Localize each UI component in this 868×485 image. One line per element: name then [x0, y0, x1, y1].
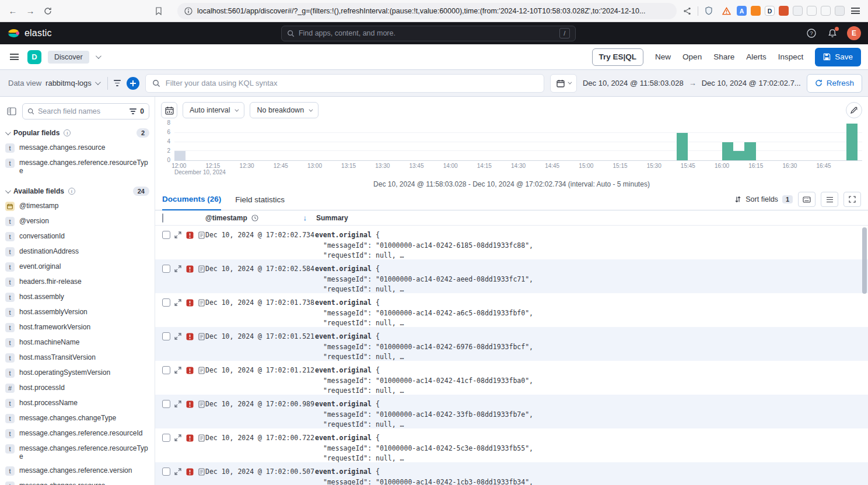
- extension-icon-8[interactable]: [835, 6, 845, 16]
- extension-icon-7[interactable]: [821, 6, 831, 16]
- field-item[interactable]: thost.assembly: [5, 290, 149, 305]
- chevron-down-icon[interactable]: [5, 188, 11, 194]
- expand-row-icon[interactable]: [174, 265, 182, 273]
- field-item[interactable]: thost.assemblyVersion: [5, 305, 149, 320]
- sync-extension-icon[interactable]: [793, 6, 803, 16]
- histogram-bar[interactable]: [174, 151, 186, 160]
- row-timestamp[interactable]: Dec 10, 2024 @ 17:02:01.738: [205, 298, 315, 327]
- doc-viewer-icon[interactable]: [197, 265, 205, 273]
- reload-button[interactable]: [41, 4, 55, 18]
- filter-icon[interactable]: [114, 80, 121, 86]
- doc-viewer-icon[interactable]: [197, 366, 205, 374]
- row-timestamp[interactable]: Dec 10, 2024 @ 17:02:02.584: [205, 264, 315, 293]
- menu-icon[interactable]: [848, 4, 862, 18]
- date-to[interactable]: Dec 10, 2024 @ 17:02:02.7...: [702, 79, 801, 87]
- fullscreen-icon[interactable]: [844, 192, 861, 207]
- degraded-doc-icon[interactable]: [186, 265, 194, 273]
- translate-extension-icon[interactable]: A: [737, 6, 747, 16]
- histogram-bar[interactable]: [846, 124, 858, 160]
- forward-button[interactable]: →: [23, 4, 37, 18]
- expand-row-icon[interactable]: [174, 468, 182, 476]
- field-item[interactable]: tmessage.changes.reference.resourceType: [5, 156, 149, 178]
- row-checkbox[interactable]: [162, 265, 170, 273]
- field-item[interactable]: thost.processName: [5, 396, 149, 411]
- extension-icon-orange[interactable]: [751, 6, 761, 16]
- field-item[interactable]: tconversationId: [5, 229, 149, 244]
- global-search[interactable]: /: [281, 26, 576, 41]
- field-filter-icon[interactable]: [130, 108, 136, 114]
- field-search-input[interactable]: [38, 107, 126, 115]
- elastic-brand[interactable]: elastic: [7, 27, 52, 40]
- row-checkbox[interactable]: [162, 332, 170, 340]
- user-avatar[interactable]: E: [847, 26, 861, 40]
- select-all-checkbox[interactable]: [162, 213, 163, 223]
- deepl-extension-icon[interactable]: D: [765, 6, 775, 16]
- row-summary[interactable]: event.original { "messageId": "01000000-…: [315, 467, 868, 485]
- notifications-icon[interactable]: [826, 27, 839, 40]
- expand-row-icon[interactable]: [174, 400, 182, 408]
- row-timestamp[interactable]: Dec 10, 2024 @ 17:02:01.212: [205, 365, 315, 395]
- expand-row-icon[interactable]: [174, 298, 182, 307]
- degraded-doc-icon[interactable]: [186, 400, 194, 408]
- bookmark-icon[interactable]: [152, 4, 166, 18]
- edit-visualization-icon[interactable]: [846, 102, 862, 118]
- row-timestamp[interactable]: Dec 10, 2024 @ 17:02:00.989: [205, 399, 315, 428]
- degraded-doc-icon[interactable]: [186, 366, 194, 374]
- row-summary[interactable]: event.original { "messageId": "01000000-…: [315, 433, 868, 462]
- extension-icon-6[interactable]: [807, 6, 817, 16]
- doc-viewer-icon[interactable]: [197, 468, 205, 476]
- breakdown-button[interactable]: No breakdown: [250, 102, 318, 118]
- doc-viewer-icon[interactable]: [197, 332, 205, 340]
- sort-descending-icon[interactable]: ↓: [303, 213, 307, 222]
- row-checkbox[interactable]: [162, 468, 170, 476]
- global-search-input[interactable]: [299, 29, 555, 37]
- field-item[interactable]: thost.machineName: [5, 335, 149, 350]
- space-badge[interactable]: D: [27, 50, 41, 64]
- row-summary[interactable]: event.original { "messageId": "01000000-…: [315, 298, 868, 327]
- site-info-icon[interactable]: [184, 7, 192, 15]
- degraded-doc-icon[interactable]: [186, 434, 194, 442]
- breadcrumb[interactable]: Discover: [48, 51, 89, 64]
- row-timestamp[interactable]: Dec 10, 2024 @ 17:02:00.722: [205, 433, 315, 462]
- data-view-picker[interactable]: Data view rabbitmq-logs: [6, 79, 102, 87]
- degraded-doc-icon[interactable]: [186, 332, 194, 340]
- warning-icon[interactable]: [719, 4, 733, 18]
- field-item[interactable]: t@version: [5, 214, 149, 229]
- row-summary[interactable]: event.original { "messageId": "01000000-…: [315, 332, 868, 361]
- field-item[interactable]: tmessage.changes.changeType: [5, 411, 149, 426]
- row-checkbox[interactable]: [162, 400, 170, 408]
- row-checkbox[interactable]: [162, 434, 170, 442]
- row-summary[interactable]: event.original { "messageId": "01000000-…: [315, 230, 868, 259]
- back-button[interactable]: ←: [6, 4, 20, 18]
- nav-link-new[interactable]: New: [655, 52, 671, 61]
- field-item[interactable]: tmessage.changes.reference.version: [5, 463, 149, 479]
- histogram-bar[interactable]: [722, 142, 733, 161]
- row-timestamp[interactable]: Dec 10, 2024 @ 17:02:02.734: [205, 230, 315, 259]
- doc-viewer-icon[interactable]: [197, 298, 205, 307]
- tab-field-statistics[interactable]: Field statistics: [235, 195, 285, 210]
- url-bar[interactable]: localhost:5601/app/discover#/?_g=(filter…: [177, 3, 677, 19]
- field-search[interactable]: 0: [22, 103, 149, 120]
- doc-viewer-icon[interactable]: [197, 231, 205, 239]
- extension-icon-red[interactable]: [779, 6, 789, 16]
- url-text[interactable]: localhost:5601/app/discover#/?_g=(filter…: [197, 7, 670, 15]
- degraded-doc-icon[interactable]: [186, 298, 194, 307]
- field-item[interactable]: tmessage.changes.reference.resourceType: [5, 441, 149, 463]
- chevron-down-icon[interactable]: [96, 53, 102, 59]
- chart-settings-icon[interactable]: [161, 102, 177, 118]
- doc-viewer-icon[interactable]: [197, 400, 205, 408]
- tab-documents[interactable]: Documents (26): [162, 195, 221, 210]
- save-button[interactable]: Save: [815, 48, 861, 66]
- date-from[interactable]: Dec 10, 2024 @ 11:58:03.028: [583, 79, 684, 87]
- nav-link-share[interactable]: Share: [713, 52, 734, 61]
- expand-row-icon[interactable]: [174, 332, 182, 340]
- sort-fields-button[interactable]: Sort fields 1: [734, 195, 793, 203]
- expand-row-icon[interactable]: [174, 231, 182, 239]
- field-item[interactable]: tmessage.changes.resource: [5, 140, 149, 156]
- degraded-doc-icon[interactable]: [186, 231, 194, 239]
- field-item[interactable]: @timestamp: [5, 199, 149, 214]
- field-item[interactable]: thost.frameworkVersion: [5, 320, 149, 335]
- row-timestamp[interactable]: Dec 10, 2024 @ 17:02:00.507: [205, 467, 315, 485]
- field-item[interactable]: tevent.original: [5, 259, 149, 275]
- histogram-bar[interactable]: [744, 142, 755, 161]
